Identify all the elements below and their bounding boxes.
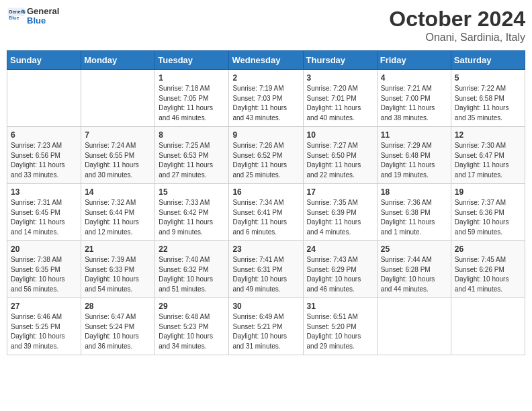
title-block: October 2024 Onani, Sardinia, Italy [389,7,525,44]
calendar-cell: 22Sunrise: 7:40 AMSunset: 6:32 PMDayligh… [155,241,229,298]
calendar-week-row: 27Sunrise: 6:46 AMSunset: 5:25 PMDayligh… [7,298,525,355]
day-number: 29 [159,302,225,311]
day-number: 18 [381,187,447,197]
calendar-cell: 3Sunrise: 7:20 AMSunset: 7:01 PMDaylight… [303,70,377,127]
day-info: Sunrise: 7:43 AMSunset: 6:29 PMDaylight:… [307,255,373,294]
calendar-cell: 15Sunrise: 7:33 AMSunset: 6:42 PMDayligh… [155,184,229,241]
day-number: 15 [159,187,225,197]
day-number: 11 [381,130,447,140]
day-info: Sunrise: 7:21 AMSunset: 7:00 PMDaylight:… [381,84,447,123]
calendar-cell: 28Sunrise: 6:47 AMSunset: 5:24 PMDayligh… [81,298,155,355]
day-info: Sunrise: 7:25 AMSunset: 6:53 PMDaylight:… [159,141,225,180]
weekday-header: Tuesday [155,51,229,70]
calendar-cell [377,298,451,355]
day-number: 28 [85,302,151,311]
day-info: Sunrise: 7:23 AMSunset: 6:56 PMDaylight:… [11,141,77,180]
day-number: 24 [307,244,373,254]
day-info: Sunrise: 7:22 AMSunset: 6:58 PMDaylight:… [455,84,521,123]
day-info: Sunrise: 7:44 AMSunset: 6:28 PMDaylight:… [381,255,447,294]
calendar-cell: 25Sunrise: 7:44 AMSunset: 6:28 PMDayligh… [377,241,451,298]
weekday-header: Wednesday [229,51,303,70]
day-info: Sunrise: 7:30 AMSunset: 6:47 PMDaylight:… [455,141,521,180]
calendar-cell: 1Sunrise: 7:18 AMSunset: 7:05 PMDaylight… [155,70,229,127]
calendar-header: SundayMondayTuesdayWednesdayThursdayFrid… [7,51,525,70]
day-info: Sunrise: 7:31 AMSunset: 6:45 PMDaylight:… [11,198,77,237]
day-number: 16 [232,187,299,197]
day-info: Sunrise: 7:19 AMSunset: 7:03 PMDaylight:… [232,84,299,123]
day-number: 22 [159,244,225,254]
day-info: Sunrise: 7:45 AMSunset: 6:26 PMDaylight:… [455,255,521,294]
svg-text:Blue: Blue [9,15,19,20]
day-number: 17 [307,187,373,197]
day-number: 25 [381,244,447,254]
calendar-cell: 14Sunrise: 7:32 AMSunset: 6:44 PMDayligh… [81,184,155,241]
calendar-cell: 2Sunrise: 7:19 AMSunset: 7:03 PMDaylight… [229,70,303,127]
calendar-cell: 8Sunrise: 7:25 AMSunset: 6:53 PMDaylight… [155,127,229,184]
calendar-week-row: 13Sunrise: 7:31 AMSunset: 6:45 PMDayligh… [7,184,525,241]
weekday-header: Sunday [7,51,81,70]
day-info: Sunrise: 7:39 AMSunset: 6:33 PMDaylight:… [85,255,151,294]
day-number: 23 [232,244,299,254]
calendar-cell: 18Sunrise: 7:36 AMSunset: 6:38 PMDayligh… [377,184,451,241]
calendar-cell: 16Sunrise: 7:34 AMSunset: 6:41 PMDayligh… [229,184,303,241]
calendar-cell [7,70,81,127]
logo-general: General [27,7,59,16]
calendar-cell: 31Sunrise: 6:51 AMSunset: 5:20 PMDayligh… [303,298,377,355]
page-header: General Blue General Blue October 2024 O… [7,7,525,44]
day-info: Sunrise: 7:18 AMSunset: 7:05 PMDaylight:… [159,84,225,123]
calendar-cell: 24Sunrise: 7:43 AMSunset: 6:29 PMDayligh… [303,241,377,298]
day-info: Sunrise: 7:40 AMSunset: 6:32 PMDaylight:… [159,255,225,294]
logo-icon: General Blue [7,7,26,26]
calendar-week-row: 20Sunrise: 7:38 AMSunset: 6:35 PMDayligh… [7,241,525,298]
logo-text: General Blue [27,7,59,26]
weekday-row: SundayMondayTuesdayWednesdayThursdayFrid… [7,51,525,70]
day-number: 20 [11,244,77,254]
calendar-cell: 6Sunrise: 7:23 AMSunset: 6:56 PMDaylight… [7,127,81,184]
calendar-cell: 21Sunrise: 7:39 AMSunset: 6:33 PMDayligh… [81,241,155,298]
day-number: 8 [159,130,225,140]
day-info: Sunrise: 7:29 AMSunset: 6:48 PMDaylight:… [381,141,447,180]
calendar-cell: 7Sunrise: 7:24 AMSunset: 6:55 PMDaylight… [81,127,155,184]
weekday-header: Monday [81,51,155,70]
day-number: 26 [455,244,521,254]
day-info: Sunrise: 6:46 AMSunset: 5:25 PMDaylight:… [11,312,77,351]
day-number: 10 [307,130,373,140]
day-info: Sunrise: 7:20 AMSunset: 7:01 PMDaylight:… [307,84,373,123]
calendar-cell: 29Sunrise: 6:48 AMSunset: 5:23 PMDayligh… [155,298,229,355]
calendar-cell: 23Sunrise: 7:41 AMSunset: 6:31 PMDayligh… [229,241,303,298]
day-info: Sunrise: 7:38 AMSunset: 6:35 PMDaylight:… [11,255,77,294]
day-number: 13 [11,187,77,197]
day-info: Sunrise: 6:49 AMSunset: 5:21 PMDaylight:… [232,312,299,351]
calendar-cell: 13Sunrise: 7:31 AMSunset: 6:45 PMDayligh… [7,184,81,241]
day-number: 30 [232,302,299,311]
day-info: Sunrise: 6:51 AMSunset: 5:20 PMDaylight:… [307,312,373,351]
day-number: 3 [307,73,373,83]
day-number: 7 [85,130,151,140]
calendar-week-row: 6Sunrise: 7:23 AMSunset: 6:56 PMDaylight… [7,127,525,184]
page-subtitle: Onani, Sardinia, Italy [389,32,525,44]
day-info: Sunrise: 7:36 AMSunset: 6:38 PMDaylight:… [381,198,447,237]
day-info: Sunrise: 7:34 AMSunset: 6:41 PMDaylight:… [232,198,299,237]
calendar-table: SundayMondayTuesdayWednesdayThursdayFrid… [7,50,525,355]
calendar-cell: 19Sunrise: 7:37 AMSunset: 6:36 PMDayligh… [451,184,525,241]
weekday-header: Saturday [451,51,525,70]
page-title: October 2024 [389,7,525,32]
calendar-cell: 17Sunrise: 7:35 AMSunset: 6:39 PMDayligh… [303,184,377,241]
day-number: 1 [159,73,225,83]
day-info: Sunrise: 7:41 AMSunset: 6:31 PMDaylight:… [232,255,299,294]
calendar-cell [451,298,525,355]
calendar-body: 1Sunrise: 7:18 AMSunset: 7:05 PMDaylight… [7,70,525,355]
day-number: 9 [232,130,299,140]
calendar-cell [81,70,155,127]
day-number: 27 [11,302,77,311]
logo-blue: Blue [27,16,59,26]
day-info: Sunrise: 6:47 AMSunset: 5:24 PMDaylight:… [85,312,151,351]
calendar-cell: 27Sunrise: 6:46 AMSunset: 5:25 PMDayligh… [7,298,81,355]
day-number: 19 [455,187,521,197]
day-info: Sunrise: 7:32 AMSunset: 6:44 PMDaylight:… [85,198,151,237]
calendar-cell: 12Sunrise: 7:30 AMSunset: 6:47 PMDayligh… [451,127,525,184]
day-number: 6 [11,130,77,140]
day-number: 12 [455,130,521,140]
calendar-cell: 30Sunrise: 6:49 AMSunset: 5:21 PMDayligh… [229,298,303,355]
day-number: 2 [232,73,299,83]
